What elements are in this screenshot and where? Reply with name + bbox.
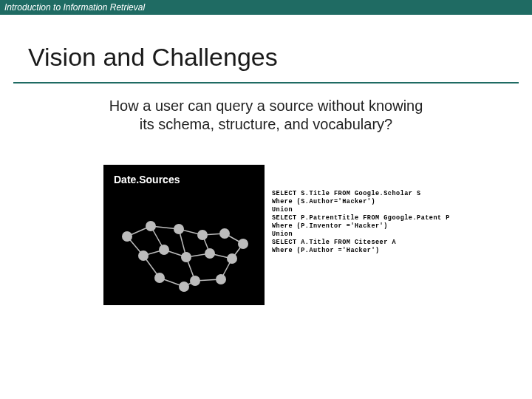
sql-line: Where (S.Author='Hacker')	[272, 198, 375, 205]
sql-line: SELECT S.Title FROM Google.Scholar S	[272, 190, 421, 197]
content-row: Date.Sources	[0, 165, 532, 305]
svg-point-28	[219, 228, 230, 239]
svg-point-23	[159, 245, 169, 255]
sql-line: SELECT P.PatrentTitle FROM Ggoogle.Paten…	[272, 214, 450, 222]
svg-point-30	[238, 239, 248, 249]
slide-title: Vision and Challenges	[28, 43, 532, 72]
svg-point-31	[154, 273, 165, 283]
svg-point-20	[122, 231, 132, 242]
svg-point-32	[179, 282, 189, 292]
svg-point-24	[174, 224, 184, 234]
title-area: Vision and Challenges	[0, 15, 532, 78]
sql-line: Where (P.Inventor ='Hacker')	[272, 222, 388, 230]
data-sources-label: Date.Sources	[114, 174, 254, 185]
data-sources-box: Date.Sources	[103, 165, 265, 305]
question-line-1: How a user can query a source without kn…	[109, 98, 423, 114]
svg-point-22	[138, 250, 149, 261]
slide-question: How a user can query a source without kn…	[30, 97, 502, 134]
svg-point-29	[227, 253, 237, 264]
graph-network-icon	[114, 213, 254, 298]
sql-line: Union	[272, 231, 293, 238]
title-underline	[13, 82, 519, 83]
svg-point-26	[197, 230, 208, 240]
svg-point-34	[216, 274, 226, 284]
svg-point-21	[146, 221, 156, 231]
header-bar: Introduction to Information Retrieval	[0, 0, 532, 15]
svg-point-33	[190, 276, 200, 286]
svg-point-27	[205, 248, 215, 259]
header-course-title: Introduction to Information Retrieval	[4, 2, 145, 13]
svg-point-25	[181, 252, 191, 262]
sql-line: SELECT A.Title FROM Citeseer A	[272, 239, 396, 246]
sql-line: Where (P.Author ='Hacker')	[272, 247, 380, 254]
sql-query-block: SELECT S.Title FROM Google.Scholar S Whe…	[272, 190, 450, 305]
question-line-2: its schema, structure, and vocabulary?	[140, 116, 392, 132]
sql-line: Union	[272, 206, 293, 214]
